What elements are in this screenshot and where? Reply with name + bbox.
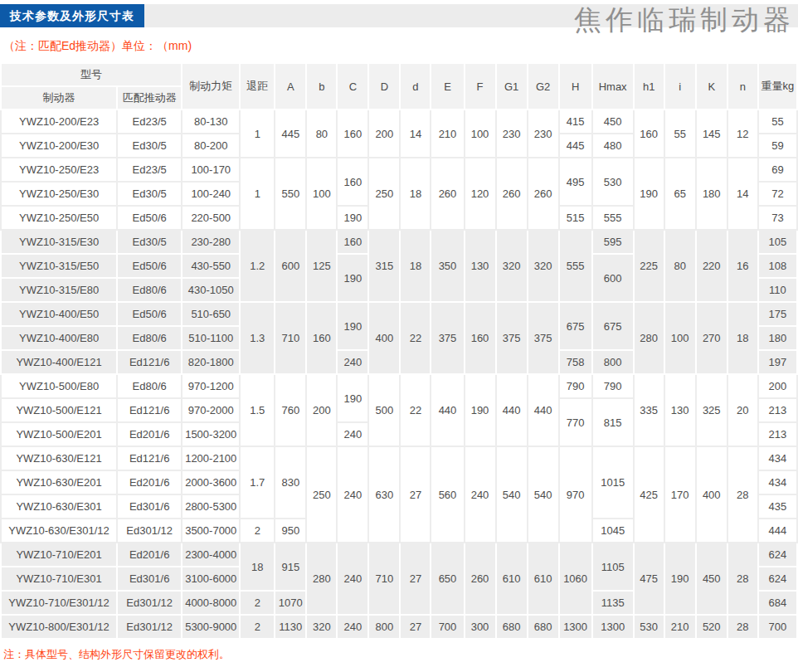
model-cell: YWZ10-400/E121 <box>1 350 117 374</box>
table-cell: 710 <box>368 543 400 615</box>
table-cell: 160 <box>465 302 496 374</box>
table-cell: 320 <box>306 615 337 639</box>
table-cell: 675 <box>592 302 634 350</box>
table-cell: 250 <box>368 158 400 230</box>
table-cell: Ed50/6 <box>117 206 182 230</box>
table-cell: Ed301/6 <box>117 567 182 591</box>
rights-note: 注：具体型号、结构外形尺寸保留更改的权利。 <box>3 647 798 662</box>
table-cell: 1.7 <box>240 446 275 519</box>
table-cell: 800 <box>592 350 634 374</box>
table-cell: 550 <box>275 158 306 230</box>
table-cell: 108 <box>758 254 797 278</box>
col-header-a: A <box>275 63 306 110</box>
table-cell: 280 <box>634 302 664 374</box>
table-cell: 59 <box>758 134 797 158</box>
table-cell: 610 <box>528 543 559 615</box>
table-cell: 125 <box>306 230 337 302</box>
table-cell: 28 <box>727 446 758 543</box>
table-cell: 1.2 <box>240 230 275 302</box>
table-cell: 28 <box>727 543 758 615</box>
table-cell: Ed30/5 <box>117 182 182 206</box>
table-cell: 160 <box>337 110 368 158</box>
table-cell: 335 <box>634 374 664 446</box>
table-cell: 2800-5300 <box>182 494 240 519</box>
table-row: YWZ10-500/E80Ed80/6970-12001.57602001905… <box>1 374 797 398</box>
table-cell: 2 <box>240 615 275 639</box>
table-cell: 600 <box>275 230 306 302</box>
table-cell: 16 <box>727 230 758 302</box>
table-cell: Ed201/6 <box>117 470 182 494</box>
table-cell: 790 <box>559 374 592 398</box>
table-cell: 250 <box>306 446 337 543</box>
table-cell: 530 <box>634 615 664 639</box>
table-cell: 18 <box>400 230 431 302</box>
table-cell: 27 <box>400 446 431 543</box>
table-cell: 190 <box>337 254 368 302</box>
table-cell: 1300 <box>592 615 634 639</box>
model-cell: YWZ10-630/E301 <box>1 494 117 519</box>
table-cell: 190 <box>664 543 696 615</box>
table-cell: 970 <box>559 446 592 543</box>
table-cell: 100-170 <box>182 158 240 182</box>
model-cell: YWZ10-250/E23 <box>1 158 117 182</box>
table-cell: Ed121/6 <box>117 446 182 470</box>
model-cell: YWZ10-710/E301 <box>1 567 117 591</box>
table-cell: 190 <box>465 374 496 446</box>
table-cell: 555 <box>592 206 634 230</box>
table-cell: 18 <box>727 302 758 374</box>
table-cell: 950 <box>275 519 306 543</box>
model-cell: YWZ10-630/E121 <box>1 446 117 470</box>
table-cell: 100-240 <box>182 182 240 206</box>
table-cell: 197 <box>758 350 797 374</box>
table-row: YWZ10-200/E23Ed23/580-130144580160200142… <box>1 110 797 134</box>
table-cell: 320 <box>528 230 559 302</box>
table-cell: 700 <box>431 615 464 639</box>
table-cell: 710 <box>275 302 306 374</box>
table-cell: 100 <box>306 158 337 230</box>
table-cell: 430-1050 <box>182 278 240 302</box>
table-cell: 1200-2100 <box>182 446 240 470</box>
table-cell: 175 <box>758 302 797 326</box>
model-cell: YWZ10-710/E301/12 <box>1 591 117 615</box>
table-cell: 240 <box>337 350 368 374</box>
table-cell: 190 <box>337 374 368 422</box>
table-cell: 27 <box>400 543 431 615</box>
table-cell: Ed23/5 <box>117 158 182 182</box>
table-cell: 445 <box>275 110 306 158</box>
table-cell: 145 <box>696 110 727 158</box>
table-cell: 1 <box>240 158 275 230</box>
table-cell: 65 <box>664 158 696 230</box>
table-cell: 595 <box>592 230 634 254</box>
table-cell: Ed201/6 <box>117 422 182 446</box>
table-cell: 69 <box>758 158 797 182</box>
table-row: YWZ10-710/E201Ed201/62300-40001891528024… <box>1 543 797 567</box>
table-cell: 815 <box>592 398 634 446</box>
model-cell: YWZ10-400/E80 <box>1 326 117 350</box>
table-cell: 27 <box>400 615 431 639</box>
table-cell: 12 <box>727 110 758 158</box>
table-cell: 105 <box>758 230 797 254</box>
table-cell: 240 <box>337 615 368 639</box>
table-cell: 445 <box>559 134 592 158</box>
table-cell: 280 <box>306 543 337 615</box>
table-cell: 434 <box>758 446 797 470</box>
table-cell: 213 <box>758 422 797 446</box>
table-cell: 440 <box>496 374 528 446</box>
table-cell: 495 <box>559 158 592 206</box>
table-cell: 475 <box>634 543 664 615</box>
table-cell: 375 <box>496 302 528 374</box>
table-cell: 200 <box>758 374 797 398</box>
table-cell: Ed50/6 <box>117 302 182 326</box>
table-cell: 22 <box>400 302 431 374</box>
table-cell: 830 <box>275 446 306 519</box>
table-cell: 1130 <box>275 615 306 639</box>
table-cell: 915 <box>275 543 306 591</box>
table-cell: 480 <box>592 134 634 158</box>
table-cell: 624 <box>758 543 797 567</box>
table-cell: 14 <box>727 158 758 230</box>
table-cell: Ed30/5 <box>117 134 182 158</box>
table-cell: 560 <box>431 446 464 543</box>
table-cell: 260 <box>496 158 528 230</box>
table-cell: 72 <box>758 182 797 206</box>
col-header-h1: h1 <box>634 63 664 110</box>
